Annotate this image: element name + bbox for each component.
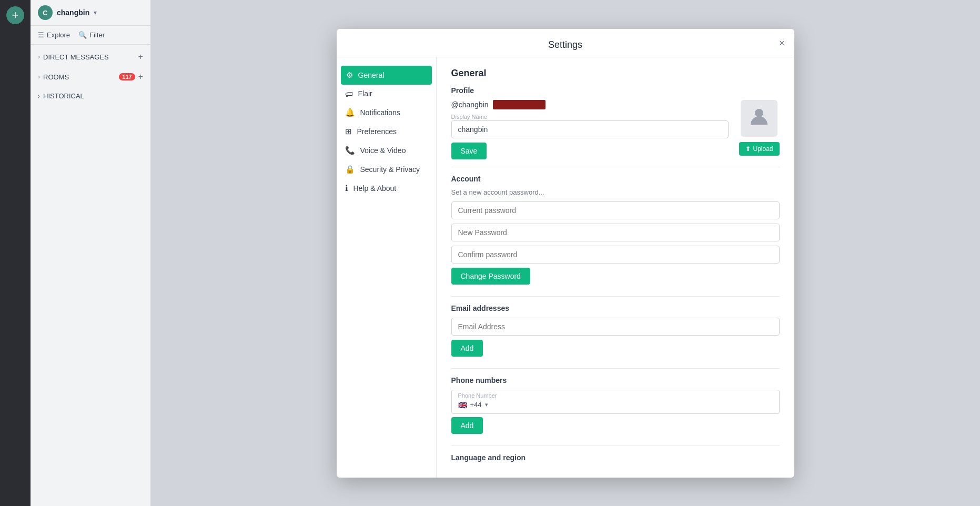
chevron-right-icon: › (38, 93, 40, 100)
nav-item-security-privacy[interactable]: 🔒 Security & Privacy (337, 160, 436, 179)
divider-2 (451, 296, 780, 297)
historical-toggle[interactable]: › HISTORICAL (38, 92, 84, 100)
phone-section-title: Phone numbers (451, 376, 780, 384)
phone-input-wrapper: Phone Number 🇬🇧 +44 ▾ (451, 390, 780, 414)
info-icon: ℹ (345, 184, 348, 193)
new-password-group (451, 224, 780, 242)
add-direct-message-button[interactable]: + (138, 52, 143, 62)
chevron-down-icon: ▾ (94, 9, 97, 16)
set-password-link[interactable]: Set a new account password... (451, 188, 780, 196)
divider-1 (451, 167, 780, 167)
nav-item-notifications[interactable]: 🔔 Notifications (337, 103, 436, 122)
rooms-toggle[interactable]: › ROOMS (38, 73, 69, 81)
settings-nav: ⚙ General 🏷 Flair 🔔 Notifications ⊞ Pref… (337, 57, 437, 478)
email-input[interactable] (451, 318, 780, 336)
avatar: C (38, 5, 53, 20)
svg-point-0 (755, 109, 763, 117)
direct-messages-toggle[interactable]: › DIRECT MESSAGES (38, 53, 109, 61)
modal-body: ⚙ General 🏷 Flair 🔔 Notifications ⊞ Pref… (337, 57, 794, 478)
sidebar-header: C changbin ▾ (31, 0, 150, 26)
current-password-group (451, 201, 780, 220)
modal-title-bar: Settings × (337, 29, 794, 57)
change-password-button[interactable]: Change Password (451, 268, 530, 285)
flair-icon: 🏷 (345, 89, 353, 98)
main-content: Settings × ⚙ General 🏷 Flair 🔔 (150, 0, 980, 506)
phone-icon: 📞 (345, 146, 355, 155)
upload-icon: ⬆ (745, 145, 751, 153)
nav-item-general[interactable]: ⚙ General (341, 66, 432, 85)
modal-overlay: Settings × ⚙ General 🏷 Flair 🔔 (150, 0, 980, 506)
main-sidebar: C changbin ▾ ☰ Explore 🔍 Filter › DIRECT… (31, 0, 150, 506)
settings-content: General Profile @changbin Display Name (437, 57, 794, 478)
menu-icon: ☰ (38, 31, 44, 39)
username-redacted (493, 100, 545, 109)
settings-modal: Settings × ⚙ General 🏷 Flair 🔔 (337, 29, 794, 478)
add-phone-button[interactable]: Add (451, 417, 483, 434)
display-name-label: Display Name (451, 114, 729, 120)
nav-label-flair: Flair (358, 89, 372, 98)
nav-item-flair[interactable]: 🏷 Flair (337, 85, 436, 103)
nav-label-voice-video: Voice & Video (360, 146, 406, 155)
username-label: @changbin (451, 100, 489, 109)
display-name-input[interactable] (451, 120, 729, 138)
nav-item-preferences[interactable]: ⊞ Preferences (337, 122, 436, 141)
phone-group: Phone Number 🇬🇧 +44 ▾ (451, 390, 780, 414)
nav-label-help-about: Help & About (353, 184, 397, 193)
avatar-box (741, 100, 777, 137)
modal-close-button[interactable]: × (779, 38, 785, 48)
upload-button[interactable]: ⬆ Upload (739, 142, 779, 156)
direct-messages-label: DIRECT MESSAGES (43, 53, 109, 61)
language-section-title: Language and region (451, 453, 780, 462)
icon-sidebar: + (0, 0, 31, 506)
chevron-right-icon: › (38, 73, 40, 80)
profile-fields: @changbin Display Name Save (451, 100, 729, 159)
display-name-group: Display Name (451, 114, 729, 139)
flag-icon: 🇬🇧 (458, 401, 467, 409)
preferences-icon: ⊞ (345, 127, 352, 136)
sidebar-username: changbin (57, 8, 89, 17)
add-email-button[interactable]: Add (451, 340, 483, 357)
lock-icon: 🔒 (345, 165, 355, 174)
phone-row[interactable]: 🇬🇧 +44 ▾ (452, 399, 779, 413)
explore-button[interactable]: ☰ Explore (38, 31, 70, 39)
profile-row: @changbin Display Name Save (451, 100, 780, 159)
nav-label-general: General (358, 71, 385, 79)
confirm-password-input[interactable] (451, 246, 780, 264)
rooms-badge: 117 (119, 73, 135, 80)
add-room-button[interactable]: + (138, 72, 143, 82)
nav-label-security-privacy: Security & Privacy (360, 165, 420, 174)
modal-title: Settings (548, 39, 582, 50)
email-group (451, 318, 780, 337)
divider-4 (451, 446, 780, 446)
new-password-input[interactable] (451, 224, 780, 241)
direct-messages-section: › DIRECT MESSAGES + (31, 45, 150, 65)
gear-icon: ⚙ (346, 70, 353, 80)
nav-label-preferences: Preferences (357, 127, 397, 136)
rooms-label: ROOMS (43, 73, 69, 81)
country-code: +44 (470, 401, 482, 409)
chevron-down-icon: ▾ (485, 401, 488, 408)
divider-3 (451, 368, 780, 369)
nav-item-help-about[interactable]: ℹ Help & About (337, 179, 436, 198)
current-password-input[interactable] (451, 201, 780, 219)
account-section-title: Account (451, 175, 780, 183)
bell-icon: 🔔 (345, 108, 355, 117)
rooms-section: › ROOMS 117 + (31, 65, 150, 85)
phone-label: Phone Number (452, 390, 779, 399)
save-button[interactable]: Save (451, 143, 487, 159)
filter-icon: 🔍 (78, 31, 87, 39)
confirm-password-group (451, 246, 780, 265)
historical-label: HISTORICAL (43, 92, 84, 100)
chevron-right-icon: › (38, 53, 40, 60)
email-section-title: Email addresses (451, 304, 780, 312)
profile-section-title: Profile (451, 86, 780, 95)
add-workspace-button[interactable]: + (6, 6, 24, 24)
filter-button[interactable]: 🔍 Filter (78, 31, 105, 39)
username-display: @changbin (451, 100, 729, 109)
person-icon (749, 106, 770, 130)
avatar-section: ⬆ Upload (739, 100, 779, 156)
historical-section: › HISTORICAL (31, 85, 150, 103)
nav-item-voice-video[interactable]: 📞 Voice & Video (337, 141, 436, 160)
nav-label-notifications: Notifications (360, 108, 400, 117)
sidebar-toolbar: ☰ Explore 🔍 Filter (31, 26, 150, 45)
